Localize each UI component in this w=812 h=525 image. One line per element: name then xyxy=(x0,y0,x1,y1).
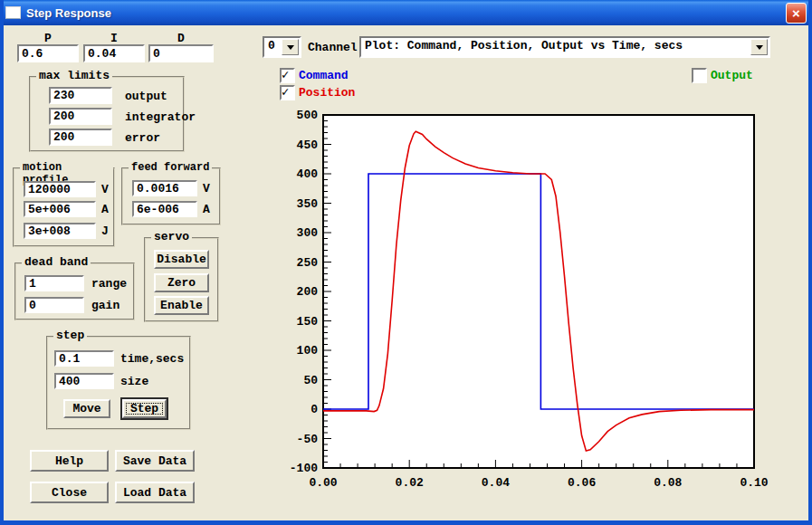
motion-v-label: V xyxy=(101,183,109,196)
motion-a-input[interactable] xyxy=(24,201,96,217)
p-input[interactable] xyxy=(17,44,79,62)
motion-j-label: J xyxy=(101,224,109,238)
window-title: Step Response xyxy=(26,6,111,20)
title-bar[interactable]: Step Response × xyxy=(0,0,812,25)
dead-band-gain-input[interactable] xyxy=(24,297,84,313)
servo-group: servo Disable Zero Enable xyxy=(144,237,219,322)
svg-text:350: 350 xyxy=(297,197,319,211)
max-output-input[interactable] xyxy=(49,87,112,104)
position-checkbox[interactable] xyxy=(280,85,295,100)
svg-text:100: 100 xyxy=(297,344,319,358)
svg-text:-50: -50 xyxy=(297,433,319,446)
channel-value: 0 xyxy=(264,38,281,56)
chevron-down-icon[interactable] xyxy=(282,39,299,55)
svg-text:50: 50 xyxy=(303,374,318,387)
command-checkbox-label: Command xyxy=(299,69,349,82)
plot-select[interactable]: Plot: Command, Position, Output vs Time,… xyxy=(359,36,770,58)
max-error-label: error xyxy=(125,131,160,145)
motion-j-input[interactable] xyxy=(24,223,96,239)
channel-select[interactable]: 0 xyxy=(263,36,301,58)
step-time-input[interactable] xyxy=(54,350,114,367)
step-response-window: Step Response × P I D max limits output … xyxy=(0,0,812,525)
dead-band-gain-label: gain xyxy=(91,299,119,312)
load-data-button[interactable]: Load Data xyxy=(115,482,195,503)
svg-text:0.04: 0.04 xyxy=(482,476,510,490)
close-button[interactable]: Close xyxy=(30,482,109,503)
svg-text:0.08: 0.08 xyxy=(654,476,682,490)
i-label: I xyxy=(83,32,145,44)
svg-text:400: 400 xyxy=(297,167,319,181)
help-button[interactable]: Help xyxy=(30,450,109,472)
feed-forward-group: feed forward V A xyxy=(121,167,221,225)
svg-text:150: 150 xyxy=(297,315,319,329)
ff-a-label: A xyxy=(203,203,210,216)
p-label: P xyxy=(17,32,79,44)
svg-text:300: 300 xyxy=(297,226,319,240)
i-input[interactable] xyxy=(83,44,145,62)
motion-profile-group: motion profile V A J xyxy=(13,167,115,247)
command-checkbox[interactable] xyxy=(280,68,295,83)
ff-v-input[interactable] xyxy=(132,180,197,196)
step-size-input[interactable] xyxy=(54,373,114,389)
max-limits-title: max limits xyxy=(36,70,112,82)
svg-text:0.02: 0.02 xyxy=(396,476,424,490)
step-size-label: size xyxy=(120,375,148,388)
move-button[interactable]: Move xyxy=(63,399,110,418)
channel-label: Channel xyxy=(308,41,358,54)
d-label: D xyxy=(148,32,214,44)
ff-a-input[interactable] xyxy=(132,201,197,217)
max-error-input[interactable] xyxy=(49,129,112,146)
dead-band-title: dead band xyxy=(22,256,91,269)
svg-text:0: 0 xyxy=(310,403,318,416)
svg-text:450: 450 xyxy=(297,138,319,152)
save-data-button[interactable]: Save Data xyxy=(115,450,195,472)
max-integrator-input[interactable] xyxy=(49,108,112,125)
step-group: step time,secs size Move Step xyxy=(46,336,191,430)
svg-text:500: 500 xyxy=(297,109,319,122)
svg-text:0.06: 0.06 xyxy=(568,476,596,490)
output-checkbox-label: Output xyxy=(711,69,753,82)
output-checkbox[interactable] xyxy=(692,68,707,83)
zero-button[interactable]: Zero xyxy=(154,273,209,292)
motion-v-input[interactable] xyxy=(24,181,96,197)
chart-canvas: -100-500501001502002503003504004505000.0… xyxy=(282,107,788,501)
dead-band-group: dead band range gain xyxy=(14,262,135,320)
step-group-title: step xyxy=(53,329,87,342)
max-limits-group: max limits output integrator error xyxy=(29,76,185,152)
ff-v-label: V xyxy=(203,182,210,196)
svg-text:250: 250 xyxy=(297,256,319,270)
servo-title: servo xyxy=(151,231,192,243)
svg-text:200: 200 xyxy=(297,285,319,299)
svg-text:0.10: 0.10 xyxy=(740,476,768,490)
enable-button[interactable]: Enable xyxy=(154,296,209,315)
step-response-chart: -100-500501001502002503003504004505000.0… xyxy=(282,107,788,501)
dead-band-range-input[interactable] xyxy=(24,275,84,291)
dead-band-range-label: range xyxy=(91,277,127,291)
close-icon[interactable]: × xyxy=(786,3,807,24)
svg-text:0.00: 0.00 xyxy=(309,476,337,490)
disable-button[interactable]: Disable xyxy=(154,250,209,269)
max-output-label: output xyxy=(125,90,167,103)
position-checkbox-label: Position xyxy=(299,86,355,100)
step-button[interactable]: Step xyxy=(122,399,167,418)
svg-text:-100: -100 xyxy=(290,462,318,475)
chevron-down-icon[interactable] xyxy=(750,39,768,55)
feed-forward-title: feed forward xyxy=(129,161,212,174)
plot-select-value: Plot: Command, Position, Output vs Time,… xyxy=(361,38,750,56)
step-time-label: time,secs xyxy=(120,352,184,366)
motion-a-label: A xyxy=(101,203,109,216)
d-input[interactable] xyxy=(148,44,214,62)
window-icon xyxy=(5,6,21,19)
max-integrator-label: integrator xyxy=(125,110,196,124)
